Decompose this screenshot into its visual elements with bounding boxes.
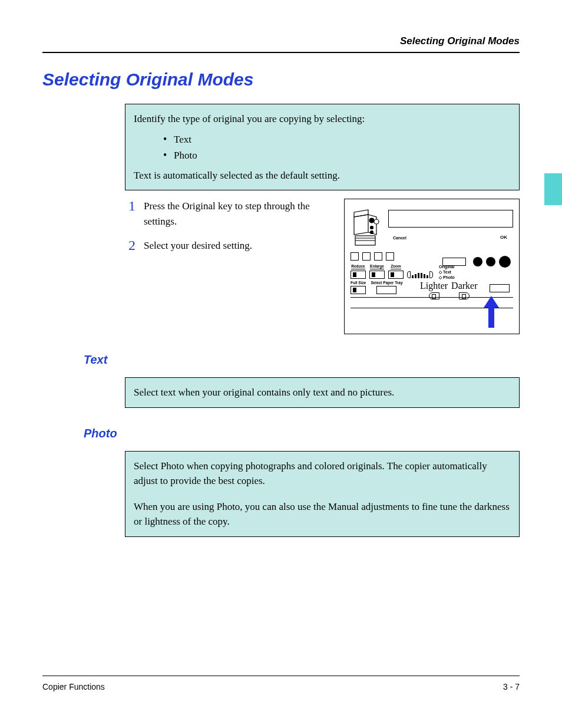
cancel-label: Cancel xyxy=(393,236,406,240)
original-label: Original xyxy=(439,264,455,269)
paper-tray-label: Select Paper Tray xyxy=(371,281,402,285)
step-2-number: 2 xyxy=(125,238,135,253)
footer-right: 3 - 7 xyxy=(503,682,520,691)
lcd-display xyxy=(388,210,513,228)
svg-point-3 xyxy=(369,218,374,223)
intro-box: Identify the type of original you are co… xyxy=(125,104,520,190)
intro-default-note: Text is automatically selected as the de… xyxy=(134,168,511,183)
enlarge-label: Enlarge xyxy=(370,264,384,269)
page-title: Selecting Original Modes xyxy=(42,70,520,90)
status-icon-1 xyxy=(351,252,359,261)
status-icon-row xyxy=(351,252,394,261)
intro-lead: Identify the type of original you are co… xyxy=(134,111,511,127)
photo-section-box: Select Photo when copying photographs an… xyxy=(125,451,520,537)
text-section-body: Select text when your original contains … xyxy=(134,385,511,400)
copier-icon xyxy=(351,209,385,250)
zoom-col: Zoom xyxy=(388,264,404,279)
photo-section-p1: Select Photo when copying photographs an… xyxy=(134,459,511,489)
intro-bullet-photo: Photo xyxy=(168,147,511,163)
lighter-label: Lighter xyxy=(420,281,448,291)
svg-point-5 xyxy=(371,226,373,229)
copier-control-panel-illustration: Cancel OK xyxy=(344,199,520,334)
text-section-box: Select text when your original contains … xyxy=(125,377,520,408)
full-size-label: Full Size xyxy=(351,281,366,285)
photo-heading: Photo xyxy=(84,427,520,440)
svg-point-6 xyxy=(371,231,373,234)
function-button-row: Reduce Enlarge Zoom xyxy=(351,264,513,280)
callout-arrow-icon xyxy=(484,296,499,328)
panel-column: Cancel OK xyxy=(342,199,520,334)
ok-label: OK xyxy=(500,235,507,240)
full-size-col: Full Size xyxy=(351,281,366,294)
enlarge-col: Enlarge xyxy=(369,264,385,279)
steps-column: 1 Press the Original key to step through… xyxy=(125,199,325,334)
step-1-number: 1 xyxy=(125,199,135,229)
secondary-button-row: Full Size Select Paper Tray xyxy=(351,281,403,294)
lighter-button xyxy=(429,292,439,299)
status-icon-4 xyxy=(386,252,394,261)
density-indicator xyxy=(407,264,433,278)
step-2-text: Select your desired setting. xyxy=(144,238,252,253)
page-content: Selecting Original Modes Selecting Origi… xyxy=(0,0,562,728)
intro-bullet-text: Text xyxy=(168,131,511,147)
running-header: Selecting Original Modes xyxy=(42,35,520,47)
intro-bullets: Text Photo xyxy=(134,131,511,163)
status-icon-3 xyxy=(374,252,382,261)
footer-left: Copier Functions xyxy=(42,682,105,691)
darker-label: Darker xyxy=(451,281,477,291)
full-size-button xyxy=(351,286,366,294)
photo-section-p2: When you are using Photo, you can also u… xyxy=(134,499,511,529)
footer-rule xyxy=(42,676,520,676)
step-1-text: Press the Original key to step through t… xyxy=(144,199,325,229)
reduce-button xyxy=(351,271,366,279)
original-text-option: Text xyxy=(443,270,451,274)
reduce-col: Reduce xyxy=(351,264,366,279)
page-footer: Copier Functions 3 - 7 xyxy=(42,676,520,691)
text-heading: Text xyxy=(84,353,520,367)
original-key-button xyxy=(490,284,510,292)
status-icon-2 xyxy=(362,252,371,261)
original-photo-option: Photo xyxy=(443,275,455,279)
steps-and-panel: 1 Press the Original key to step through… xyxy=(125,199,520,334)
zoom-label: Zoom xyxy=(391,264,401,269)
enlarge-button xyxy=(369,271,385,279)
paper-tray-button xyxy=(376,286,396,294)
paper-tray-col: Select Paper Tray xyxy=(371,281,402,294)
step-2: 2 Select your desired setting. xyxy=(125,238,325,253)
reduce-label: Reduce xyxy=(351,264,365,269)
zoom-button xyxy=(388,271,404,279)
header-rule xyxy=(42,52,520,53)
svg-point-4 xyxy=(374,219,379,224)
darker-button xyxy=(459,292,470,299)
step-1: 1 Press the Original key to step through… xyxy=(125,199,325,229)
svg-marker-7 xyxy=(484,296,499,328)
original-mode-col: Original ◇Text ◇Photo xyxy=(439,264,455,280)
